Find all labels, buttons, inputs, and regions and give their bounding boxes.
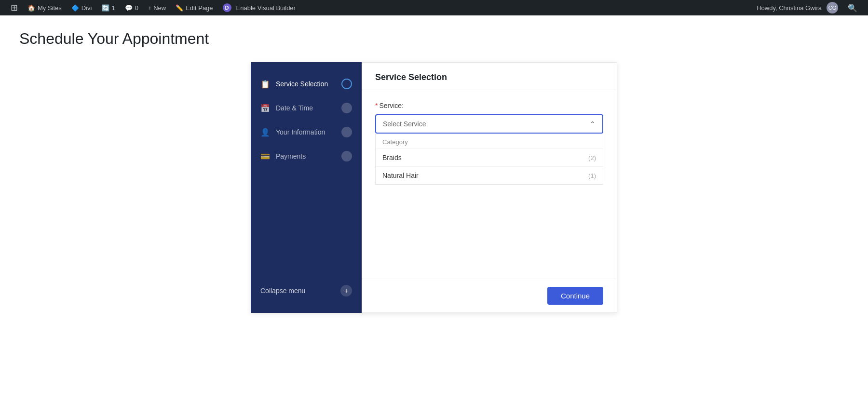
- sidebar-step-payments[interactable]: 💳 Payments: [251, 144, 362, 168]
- dropdown-item-braids[interactable]: Braids (2): [376, 148, 603, 166]
- dropdown-item-natural-hair[interactable]: Natural Hair (1): [376, 166, 603, 184]
- divi-icon: 🔷: [71, 4, 79, 12]
- new-label: + New: [148, 4, 166, 12]
- date-time-label: Date & Time: [276, 104, 336, 112]
- edit-icon: ✏️: [176, 4, 183, 12]
- service-dropdown-panel: Category Braids (2) Natural Hair (1): [375, 134, 603, 185]
- required-star: *: [375, 102, 378, 109]
- step-indicator-1: [341, 79, 352, 89]
- new-item[interactable]: + New: [143, 0, 171, 15]
- wp-logo-item[interactable]: ⊞: [6, 0, 23, 15]
- booking-main: Service Selection * Service: Select Serv…: [362, 62, 617, 313]
- payments-icon: 💳: [260, 152, 270, 161]
- divi-label: Divi: [81, 4, 92, 12]
- service-field-label: * Service:: [375, 102, 603, 109]
- comments-item[interactable]: 💬 0: [120, 0, 143, 15]
- updates-icon: 🔄: [102, 4, 109, 12]
- booking-widget: 📋 Service Selection 📅 Date & Time 👤 Your…: [251, 62, 617, 313]
- service-select-wrapper[interactable]: Select Service ⌃: [375, 114, 603, 134]
- service-select-display[interactable]: Select Service ⌃: [376, 115, 602, 133]
- service-selection-icon: 📋: [260, 80, 270, 89]
- step-indicator-2: [341, 103, 352, 113]
- payments-label: Payments: [276, 152, 336, 160]
- your-information-icon: 👤: [260, 128, 270, 137]
- step-indicator-3: [341, 127, 352, 137]
- service-label-text: Service:: [379, 102, 404, 109]
- edit-page-label: Edit Page: [186, 4, 213, 12]
- sites-icon: 🏠: [27, 4, 35, 12]
- visual-builder-label: Enable Visual Builder: [236, 4, 296, 12]
- collapse-icon: +: [340, 285, 352, 297]
- booking-main-footer: Continue: [362, 279, 617, 312]
- visual-builder-item[interactable]: D Enable Visual Builder: [218, 0, 300, 15]
- dropdown-item-braids-label: Braids: [382, 154, 402, 162]
- collapse-menu[interactable]: Collapse menu +: [251, 278, 362, 303]
- sidebar-step-your-information[interactable]: 👤 Your Information: [251, 120, 362, 144]
- dropdown-item-natural-hair-label: Natural Hair: [382, 172, 419, 179]
- booking-sidebar: 📋 Service Selection 📅 Date & Time 👤 Your…: [251, 62, 362, 313]
- booking-main-header: Service Selection: [362, 63, 617, 90]
- booking-main-body: * Service: Select Service ⌃ Category Bra…: [362, 90, 617, 279]
- dropdown-category-label: Category: [376, 134, 603, 148]
- comments-icon: 💬: [125, 4, 133, 12]
- updates-item[interactable]: 🔄 1: [97, 0, 120, 15]
- chevron-up-icon: ⌃: [590, 120, 596, 128]
- sidebar-step-date-time[interactable]: 📅 Date & Time: [251, 96, 362, 120]
- my-sites-item[interactable]: 🏠 My Sites: [23, 0, 67, 15]
- service-selection-label: Service Selection: [276, 80, 336, 88]
- your-information-label: Your Information: [276, 128, 336, 136]
- continue-button[interactable]: Continue: [547, 287, 603, 305]
- booking-section-title: Service Selection: [375, 72, 447, 82]
- wordpress-icon: ⊞: [11, 2, 18, 13]
- search-icon: 🔍: [848, 3, 857, 13]
- search-item[interactable]: 🔍: [843, 0, 862, 15]
- page-content: Schedule Your Appointment 📋 Service Sele…: [0, 15, 868, 405]
- dropdown-item-natural-hair-count: (1): [588, 172, 596, 179]
- collapse-menu-label: Collapse menu: [260, 287, 305, 295]
- admin-bar-right: Howdy, Christina Gwira CG 🔍: [752, 0, 862, 15]
- howdy-item[interactable]: Howdy, Christina Gwira CG: [752, 0, 843, 15]
- updates-count: 1: [112, 4, 115, 12]
- date-time-icon: 📅: [260, 104, 270, 113]
- dropdown-item-braids-count: (2): [588, 154, 596, 162]
- step-indicator-4: [341, 151, 352, 162]
- edit-page-item[interactable]: ✏️ Edit Page: [171, 0, 217, 15]
- page-title: Schedule Your Appointment: [19, 30, 849, 48]
- divi-item[interactable]: 🔷 Divi: [67, 0, 97, 15]
- howdy-text: Howdy, Christina Gwira: [757, 4, 822, 12]
- comments-count: 0: [135, 4, 138, 12]
- sidebar-step-service-selection[interactable]: 📋 Service Selection: [251, 72, 362, 96]
- select-placeholder: Select Service: [383, 120, 426, 128]
- divi-badge: D: [223, 3, 231, 12]
- my-sites-label: My Sites: [38, 4, 62, 12]
- avatar: CG: [827, 2, 838, 14]
- admin-bar: ⊞ 🏠 My Sites 🔷 Divi 🔄 1 💬 0 + New ✏️ Edi…: [0, 0, 868, 15]
